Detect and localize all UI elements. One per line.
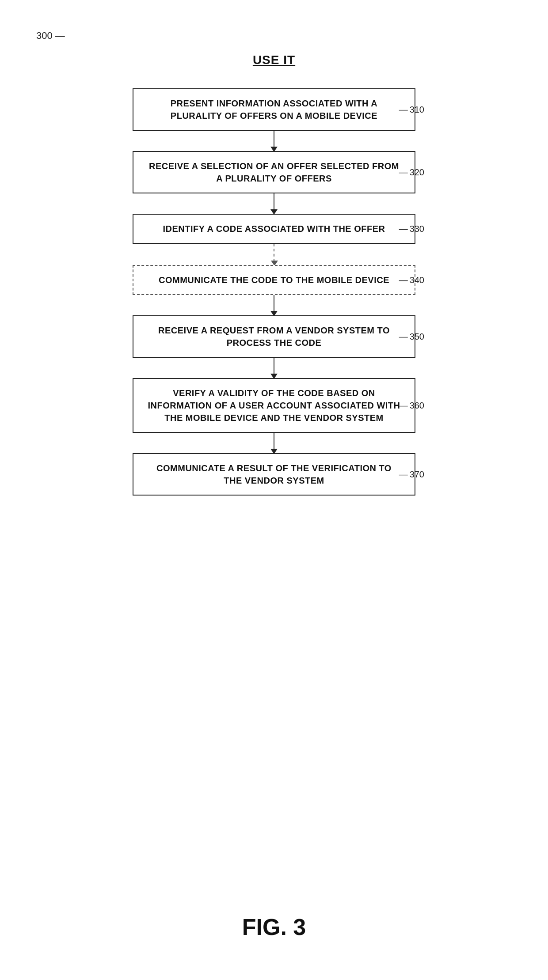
arrow-after-320 bbox=[274, 193, 274, 210]
arrow-after-340 bbox=[274, 295, 274, 312]
step-box-320: RECEIVE A SELECTION OF AN OFFER SELECTED… bbox=[133, 151, 415, 193]
step-box-310: PRESENT INFORMATION ASSOCIATED WITH A PL… bbox=[133, 88, 415, 131]
step-row-330: IDENTIFY A CODE ASSOCIATED WITH THE OFFE… bbox=[106, 214, 442, 244]
figure-caption: FIG. 3 bbox=[242, 914, 306, 940]
arrow-after-360 bbox=[274, 433, 274, 450]
step-box-350: RECEIVE A REQUEST FROM A VENDOR SYSTEM T… bbox=[133, 315, 415, 358]
diagram-number-label: 300 — bbox=[36, 30, 65, 42]
step-box-360: VERIFY A VALIDITY OF THE CODE BASED ON I… bbox=[133, 378, 415, 433]
step-label-360: —360 bbox=[399, 401, 424, 411]
step-row-350: RECEIVE A REQUEST FROM A VENDOR SYSTEM T… bbox=[106, 315, 442, 358]
step-box-370: COMMUNICATE A RESULT OF THE VERIFICATION… bbox=[133, 453, 415, 496]
step-label-370: —370 bbox=[399, 469, 424, 480]
step-row-360: VERIFY A VALIDITY OF THE CODE BASED ON I… bbox=[106, 378, 442, 433]
step-label-310: —310 bbox=[399, 105, 424, 115]
step-row-340: COMMUNICATE THE CODE TO THE MOBILE DEVIC… bbox=[106, 265, 442, 295]
step-box-330: IDENTIFY A CODE ASSOCIATED WITH THE OFFE… bbox=[133, 214, 415, 244]
arrow-after-330 bbox=[274, 244, 274, 261]
flow-diagram: PRESENT INFORMATION ASSOCIATED WITH A PL… bbox=[106, 88, 442, 496]
diagram-number-text: 300 bbox=[36, 30, 53, 41]
arrow-after-350 bbox=[274, 358, 274, 375]
step-box-340: COMMUNICATE THE CODE TO THE MOBILE DEVIC… bbox=[133, 265, 415, 295]
diagram-title: USE IT bbox=[253, 53, 295, 67]
step-label-340: —340 bbox=[399, 275, 424, 285]
step-label-320: —320 bbox=[399, 167, 424, 178]
page-container: 300 — USE IT PRESENT INFORMATION ASSOCIA… bbox=[0, 0, 548, 980]
step-row-370: COMMUNICATE A RESULT OF THE VERIFICATION… bbox=[106, 453, 442, 496]
title-area: USE IT bbox=[253, 53, 295, 67]
step-label-330: —330 bbox=[399, 224, 424, 234]
step-row-310: PRESENT INFORMATION ASSOCIATED WITH A PL… bbox=[106, 88, 442, 131]
arrow-after-310 bbox=[274, 131, 274, 148]
step-label-350: —350 bbox=[399, 332, 424, 342]
step-row-320: RECEIVE A SELECTION OF AN OFFER SELECTED… bbox=[106, 151, 442, 193]
